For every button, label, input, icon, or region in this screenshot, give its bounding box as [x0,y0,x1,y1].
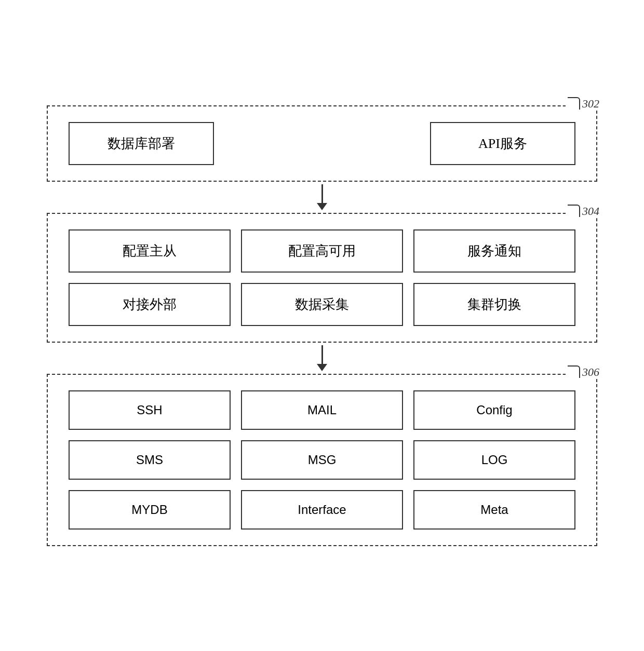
meta-label: Meta [480,503,508,517]
connect-external-label: 对接外部 [123,295,177,314]
meta-box: Meta [413,490,575,530]
service-notify-label: 服务通知 [467,242,521,260]
box-304-row-1: 配置主从 配置高可用 服务通知 [69,229,575,273]
log-box: LOG [413,440,575,480]
arrow-line-1 [321,184,323,203]
diagram: 302 数据库部署 API服务 304 配置主从 配置高可用 [36,95,608,557]
connect-external-box: 对接外部 [69,283,231,326]
service-notify-box: 服务通知 [413,229,575,273]
arrow-line-2 [321,345,323,364]
arrow-head-2 [317,364,327,371]
sms-label: SMS [136,453,163,467]
config-high-avail-label: 配置高可用 [288,242,356,260]
config-box: Config [413,390,575,430]
box-306-label: 306 [566,365,601,379]
box-304: 304 配置主从 配置高可用 服务通知 对接外部 数据采集 集群切换 [47,213,597,343]
data-collect-label: 数据采集 [295,295,349,314]
box-304-row-2: 对接外部 数据采集 集群切换 [69,283,575,326]
mail-box: MAIL [241,390,403,430]
arrow-down-2 [317,345,327,371]
mydb-label: MYDB [131,503,167,517]
cluster-switch-box: 集群切换 [413,283,575,326]
sms-box: SMS [69,440,231,480]
box-306: 306 SSH MAIL Config SMS MSG LOG [47,374,597,546]
data-collect-box: 数据采集 [241,283,403,326]
config-master-slave-box: 配置主从 [69,229,231,273]
box-306-row-2: SMS MSG LOG [69,440,575,480]
config-label: Config [476,403,512,417]
arrow-2 [47,343,597,374]
box-302-label: 302 [566,97,601,111]
log-label: LOG [481,453,508,467]
mydb-box: MYDB [69,490,231,530]
box-302: 302 数据库部署 API服务 [47,105,597,182]
arrow-1 [47,182,597,213]
box-306-row-1: SSH MAIL Config [69,390,575,430]
msg-label: MSG [308,453,337,467]
mail-label: MAIL [307,403,337,417]
ssh-label: SSH [137,403,162,417]
interface-label: Interface [298,503,346,517]
box-304-label: 304 [566,205,601,219]
ssh-box: SSH [69,390,231,430]
config-master-slave-label: 配置主从 [123,242,177,260]
box-306-row-3: MYDB Interface Meta [69,490,575,530]
arrow-down-1 [317,184,327,210]
api-service-box: API服务 [430,122,575,165]
db-deploy-box: 数据库部署 [69,122,214,165]
box-302-row: 数据库部署 API服务 [69,122,575,165]
api-service-label: API服务 [478,134,527,153]
arrow-head-1 [317,203,327,210]
msg-box: MSG [241,440,403,480]
cluster-switch-label: 集群切换 [467,295,521,314]
interface-box: Interface [241,490,403,530]
config-high-avail-box: 配置高可用 [241,229,403,273]
db-deploy-label: 数据库部署 [108,134,175,153]
